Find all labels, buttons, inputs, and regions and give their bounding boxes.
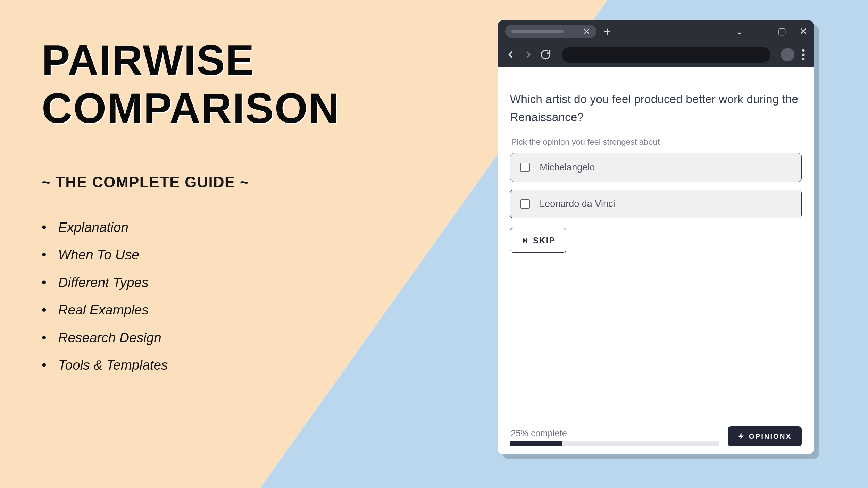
skip-button[interactable]: SKIP xyxy=(510,228,567,253)
bolt-icon xyxy=(737,432,745,440)
browser-tabstrip: ✕ + ⌄ — ▢ ✕ xyxy=(498,20,815,43)
hero-text-block: PAIRWISE COMPARISON ~ THE COMPLETE GUIDE… xyxy=(42,36,432,379)
survey-option[interactable]: Leonardo da Vinci xyxy=(510,190,802,219)
survey-page: Which artist do you feel produced better… xyxy=(498,67,815,454)
survey-instruction: Pick the opinion you feel strongest abou… xyxy=(510,137,802,147)
tab-title-placeholder xyxy=(511,30,564,33)
hero-bullet-item: Research Design xyxy=(42,324,432,351)
progress-section: 25% complete xyxy=(510,428,719,447)
reload-icon[interactable] xyxy=(540,49,551,60)
browser-tab[interactable]: ✕ xyxy=(505,25,596,38)
forward-icon[interactable] xyxy=(523,49,534,60)
address-bar[interactable] xyxy=(562,47,771,63)
brand-button[interactable]: OPINIONX xyxy=(728,426,802,447)
chevron-down-icon[interactable]: ⌄ xyxy=(735,26,744,36)
svg-marker-0 xyxy=(523,238,526,243)
browser-chrome: ✕ + ⌄ — ▢ ✕ xyxy=(498,20,815,67)
progress-bar xyxy=(510,441,719,446)
menu-kebab-icon[interactable]: ••• xyxy=(800,49,806,61)
hero-title-line-1: PAIRWISE xyxy=(42,36,432,84)
hero-bullet-list: Explanation When To Use Different Types … xyxy=(42,213,432,379)
survey-option-label: Michelangelo xyxy=(540,162,595,173)
hero-bullet-item: Explanation xyxy=(42,213,432,241)
profile-avatar[interactable] xyxy=(781,48,794,61)
svg-marker-2 xyxy=(738,433,744,439)
checkbox-icon[interactable] xyxy=(520,163,530,172)
hero-bullet-item: Tools & Templates xyxy=(42,351,432,379)
maximize-window-icon[interactable]: ▢ xyxy=(777,26,787,36)
close-window-icon[interactable]: ✕ xyxy=(799,26,808,36)
checkbox-icon[interactable] xyxy=(520,199,530,209)
survey-option[interactable]: Michelangelo xyxy=(510,153,802,182)
skip-button-label: SKIP xyxy=(533,236,556,245)
hero-title-line-2: COMPARISON xyxy=(42,84,432,132)
minimize-window-icon[interactable]: — xyxy=(756,26,766,36)
close-tab-icon[interactable]: ✕ xyxy=(583,27,590,36)
new-tab-button[interactable]: + xyxy=(601,25,613,37)
svg-rect-1 xyxy=(526,238,527,243)
survey-option-label: Leonardo da Vinci xyxy=(540,199,615,209)
window-controls: ⌄ — ▢ ✕ xyxy=(735,20,808,43)
hero-bullet-item: When To Use xyxy=(42,241,432,268)
hero-bullet-item: Different Types xyxy=(42,269,432,296)
brand-label: OPINIONX xyxy=(749,432,792,440)
hero-subtitle: ~ THE COMPLETE GUIDE ~ xyxy=(42,174,432,191)
survey-question: Which artist do you feel produced better… xyxy=(510,90,802,126)
hero-bullet-item: Real Examples xyxy=(42,296,432,323)
progress-label: 25% complete xyxy=(510,428,719,438)
browser-navbar: ••• xyxy=(498,43,815,67)
back-icon[interactable] xyxy=(505,49,517,60)
progress-fill xyxy=(510,441,562,446)
browser-window: ✕ + ⌄ — ▢ ✕ xyxy=(498,20,815,454)
skip-forward-icon xyxy=(521,236,529,245)
survey-footer: 25% complete OPINIONX xyxy=(510,426,802,447)
